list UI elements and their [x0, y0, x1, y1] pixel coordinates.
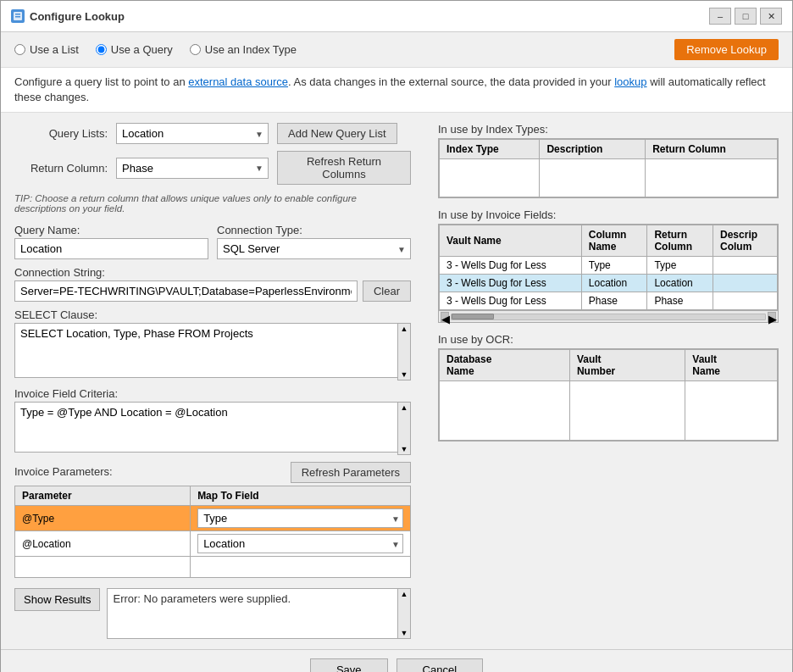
index-types-title: In use by Index Types:	[438, 123, 779, 136]
param-value: @Type	[15, 506, 191, 531]
ocr-table-container: DatabaseName VaultNumber VaultName	[438, 348, 779, 442]
show-results-area: Show Results Error: No parameters were s…	[14, 588, 411, 639]
descrip-column-cell	[713, 275, 778, 292]
index-types-table: Index Type Description Return Column	[439, 139, 778, 197]
query-name-group: Query Name: Location	[14, 224, 208, 259]
tip-text: TIP: Choose a return column that allows …	[14, 192, 411, 217]
cancel-button[interactable]: Cancel	[396, 658, 483, 672]
refresh-parameters-button[interactable]: Refresh Parameters	[291, 462, 411, 483]
use-list-radio-group: Use a List	[14, 43, 79, 56]
descrip-column-header: DescripColum	[713, 225, 778, 257]
show-results-button[interactable]: Show Results	[14, 588, 100, 611]
connection-type-select[interactable]: SQL Server	[217, 238, 411, 259]
invoice-fields-table: Vault Name ColumnName ReturnColumn Descr…	[439, 225, 778, 310]
return-column-header: ReturnColumn	[647, 225, 713, 257]
save-button[interactable]: Save	[310, 658, 388, 672]
index-types-table-container: Index Type Description Return Column	[438, 138, 779, 198]
return-column-cell: Location	[647, 275, 713, 292]
map-to-field-header: Map To Field	[191, 486, 411, 506]
use-query-radio-group: Use a Query	[96, 43, 173, 56]
map-value: Type Location Phase ▼	[191, 531, 411, 557]
use-query-radio[interactable]	[96, 44, 107, 55]
invoice-fields-scrollbar[interactable]: ◀ ▶	[438, 311, 779, 323]
select-clause-textarea[interactable]: SELECT Location, Type, Phase FROM Projec…	[14, 323, 411, 378]
main-content: Query Lists: Location ▼ Add New Query Li…	[1, 113, 792, 649]
use-index-label[interactable]: Use an Index Type	[205, 43, 297, 56]
svg-rect-2	[15, 16, 20, 18]
table-row-empty	[15, 557, 411, 578]
query-lists-select[interactable]: Location	[116, 123, 269, 144]
query-lists-row: Query Lists: Location ▼ Add New Query Li…	[14, 123, 411, 144]
connection-string-input[interactable]	[14, 280, 358, 302]
minimize-button[interactable]: –	[709, 8, 731, 25]
return-column-col-header: Return Column	[646, 140, 778, 159]
return-column-select[interactable]: Phase	[116, 158, 269, 179]
left-panel: Query Lists: Location ▼ Add New Query Li…	[1, 113, 424, 649]
return-column-cell: Type	[647, 257, 713, 275]
param-value: @Location	[15, 531, 191, 557]
invoice-parameters-header: Invoice Parameters: Refresh Parameters	[14, 462, 411, 483]
configure-lookup-window: Configure Lookup – □ ✕ Use a List Use a …	[0, 0, 793, 672]
vault-number-header: VaultNumber	[569, 350, 685, 381]
close-button[interactable]: ✕	[760, 8, 782, 25]
footer: Save Cancel	[1, 649, 792, 672]
query-name-input[interactable]: Location	[14, 238, 208, 259]
error-scrolldown-icon[interactable]: ▼	[398, 629, 410, 637]
db-name-header: DatabaseName	[440, 350, 570, 381]
table-row[interactable]: 3 - Wells Dug for Less Type Type	[440, 257, 778, 275]
lookup-link: lookup	[614, 75, 646, 88]
remove-lookup-button[interactable]: Remove Lookup	[674, 39, 779, 60]
ocr-title: In use by OCR:	[438, 333, 779, 346]
return-column-label: Return Column:	[14, 162, 108, 175]
select-clause-scrolldown-icon[interactable]: ▼	[398, 370, 410, 379]
criteria-scrolldown-icon[interactable]: ▼	[398, 445, 410, 453]
info-text: Configure a query list to point to an ex…	[14, 75, 766, 103]
clear-button[interactable]: Clear	[363, 280, 411, 302]
maximize-button[interactable]: □	[735, 8, 757, 25]
index-types-section: In use by Index Types: Index Type Descri…	[438, 123, 779, 198]
ocr-section: In use by OCR: DatabaseName VaultNumber …	[438, 333, 779, 442]
connection-type-group: Connection Type: SQL Server ▼	[217, 224, 411, 259]
index-type-col-header: Index Type	[440, 140, 540, 159]
use-list-label[interactable]: Use a List	[30, 43, 79, 56]
error-text: Error: No parameters were supplied.	[113, 592, 291, 605]
query-lists-label: Query Lists:	[14, 127, 108, 140]
use-query-label[interactable]: Use a Query	[111, 43, 173, 56]
select-clause-group: SELECT Clause: SELECT Location, Type, Ph…	[14, 308, 411, 380]
column-name-header: ColumnName	[581, 225, 647, 257]
radio-bar: Use a List Use a Query Use an Index Type…	[1, 32, 792, 68]
descrip-column-cell	[713, 257, 778, 275]
param-header: Parameter	[15, 486, 191, 506]
scrollbar-right-btn[interactable]: ▶	[768, 312, 776, 322]
map-value: Type Location Phase ▼	[191, 506, 411, 531]
criteria-scrollup-icon[interactable]: ▲	[398, 403, 410, 412]
cancel-label: Cancel	[423, 664, 457, 672]
invoice-field-criteria-textarea[interactable]: Type = @Type AND Location = @Location	[14, 402, 411, 453]
table-row[interactable]: @Type Type Location Phase ▼	[15, 506, 411, 531]
add-new-query-list-button[interactable]: Add New Query List	[277, 123, 397, 144]
error-scrollup-icon[interactable]: ▲	[398, 590, 410, 598]
map-select-location[interactable]: Type Location Phase	[197, 534, 403, 553]
column-name-cell: Phase	[581, 292, 647, 310]
connection-type-select-wrapper: SQL Server ▼	[217, 238, 411, 259]
refresh-return-columns-button[interactable]: Refresh Return Columns	[277, 151, 411, 185]
invoice-fields-section: In use by Invoice Fields: Vault Name Col…	[438, 208, 779, 323]
use-index-radio[interactable]	[190, 44, 201, 55]
invoice-parameters-label: Invoice Parameters:	[14, 465, 113, 478]
table-row-empty	[440, 159, 778, 197]
title-bar: Configure Lookup – □ ✕	[1, 1, 792, 32]
use-list-radio[interactable]	[14, 44, 25, 55]
scrollbar-thumb	[452, 314, 494, 319]
map-select-type[interactable]: Type Location Phase	[197, 508, 403, 528]
select-clause-scrollup-icon[interactable]: ▲	[398, 325, 410, 333]
column-name-cell: Type	[581, 257, 647, 275]
right-panel: In use by Index Types: Index Type Descri…	[424, 113, 792, 649]
table-row[interactable]: @Location Type Location Phase ▼	[15, 531, 411, 557]
title-controls: – □ ✕	[709, 8, 782, 25]
table-row[interactable]: 3 - Wells Dug for Less Phase Phase	[440, 292, 778, 310]
svg-rect-1	[15, 14, 20, 15]
table-row[interactable]: 3 - Wells Dug for Less Location Location	[440, 275, 778, 292]
scrollbar-left-btn[interactable]: ◀	[441, 312, 449, 322]
table-row-empty	[440, 381, 778, 441]
parameters-table: Parameter Map To Field @Type Type	[14, 486, 411, 578]
